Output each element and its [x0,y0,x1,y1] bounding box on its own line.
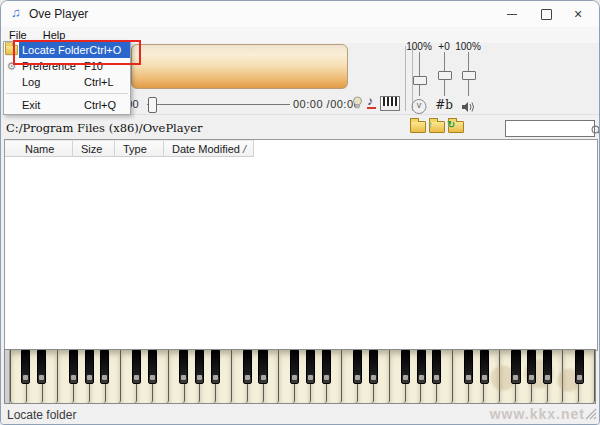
refresh-arrow-icon: ↻ [447,119,455,130]
transpose-value: +0 [438,41,449,52]
black-key[interactable] [480,350,489,384]
status-bar: Locate folder www.kkx.net [1,404,599,425]
black-key[interactable] [243,350,252,384]
black-key[interactable] [37,350,46,384]
black-key[interactable] [195,350,204,384]
seek-bar[interactable] [147,104,290,105]
close-icon: × [574,7,582,21]
black-key[interactable] [417,350,426,384]
search-input[interactable] [505,120,595,137]
black-key[interactable] [21,350,30,384]
tempo-value: 100% [406,41,432,52]
black-key[interactable] [401,350,410,384]
black-key[interactable] [527,350,536,384]
black-key[interactable] [100,350,109,384]
black-key[interactable] [464,350,473,384]
column-header-size[interactable]: Size [73,140,115,157]
black-key[interactable] [575,350,584,384]
open-folder-button[interactable] [410,121,426,133]
up-arrow-icon: ↑ [428,119,433,130]
black-key[interactable] [258,350,267,384]
maximize-button[interactable] [529,1,563,27]
parent-folder-button[interactable]: ↑ [429,121,445,133]
watermark-text: www.kkx.net [490,406,585,422]
tempo-icon: v [412,99,427,114]
menu-item-shortcut: F10 [84,60,130,72]
menu-item-shortcut: Ctrl+L [84,76,130,88]
black-key[interactable] [369,350,378,384]
black-key[interactable] [353,350,362,384]
metronome-note-icon[interactable]: ♪ [367,94,373,108]
current-path: C:/Program Files (x86)/OvePlayer [6,121,202,135]
black-key[interactable] [132,350,141,384]
lightbulb-icon[interactable] [352,96,363,114]
column-header-name[interactable]: Name [5,140,73,157]
menu-item-exit[interactable]: Exit Ctrl+Q [4,97,130,113]
menu-item-shortcut: Ctrl+Q [84,99,130,111]
piano-keys [10,350,595,403]
file-menu-popup: Locate Folder Ctrl+O ⚙ Preference F10 Lo… [3,41,131,115]
menu-item-label: Preference [19,60,84,72]
time-display: 00:00 /00:00 [293,98,360,110]
keyboard-toggle-button[interactable] [380,96,400,111]
menu-item-label: Locate Folder [19,44,89,56]
menu-item-preference[interactable]: ⚙ Preference F10 [4,58,130,74]
piano-keyboard [4,349,596,404]
file-list: Name Size Type Date Modified / [4,139,598,351]
menu-item-shortcut: Ctrl+O [89,44,135,56]
tempo-slider[interactable] [419,52,420,96]
menu-item-label: Log [19,76,84,88]
title-bar[interactable]: ♫ Ove Player × [1,1,599,27]
music-note-icon: ♫ [11,6,21,20]
black-key[interactable] [211,350,220,384]
resize-grip[interactable] [585,406,597,424]
menu-item-label: Exit [19,99,84,111]
ove-player-window: ♫ Ove Player × File Help 00:00 00:00 /00… [0,0,600,425]
window-title: Ove Player [29,7,88,21]
magnifier-icon [591,122,600,140]
tempo-slider-handle[interactable] [413,76,427,85]
black-key[interactable] [543,350,552,384]
seek-handle[interactable] [148,97,157,113]
maximize-icon [541,9,552,20]
black-key[interactable] [179,350,188,384]
folder-icon [5,45,18,55]
open-folder-icon [410,121,426,133]
transpose-slider-handle[interactable] [438,71,452,80]
file-list-header: Name Size Type Date Modified / [5,140,254,157]
black-key[interactable] [69,350,78,384]
black-key[interactable] [322,350,331,384]
minimize-icon [507,14,517,15]
black-key[interactable] [306,350,315,384]
refresh-folder-button[interactable]: ↻ [448,121,464,133]
column-header-date-modified[interactable]: Date Modified / [164,140,254,157]
volume-slider-handle[interactable] [462,71,476,80]
black-key[interactable] [148,350,157,384]
black-key[interactable] [290,350,299,384]
separator [405,46,406,111]
black-key[interactable] [85,350,94,384]
column-header-type[interactable]: Type [115,140,164,157]
menu-separator [6,93,128,94]
lcd-display [131,44,348,89]
column-header-label: Date Modified [172,143,240,155]
parent-folder-icon: ↑ [429,121,445,133]
black-key[interactable] [511,350,520,384]
close-button[interactable]: × [561,1,595,27]
gear-icon: ⚙ [7,61,17,72]
menu-item-log[interactable]: Log Ctrl+L [4,74,130,90]
menu-item-locate-folder[interactable]: Locate Folder Ctrl+O [4,42,130,58]
refresh-folder-icon: ↻ [448,121,464,133]
sort-indicator-icon: / [243,143,246,155]
minimize-button[interactable] [495,1,529,27]
transpose-icon: #b [435,98,453,112]
volume-value: 100% [455,41,481,52]
status-text: Locate folder [7,408,76,422]
black-key[interactable] [432,350,441,384]
